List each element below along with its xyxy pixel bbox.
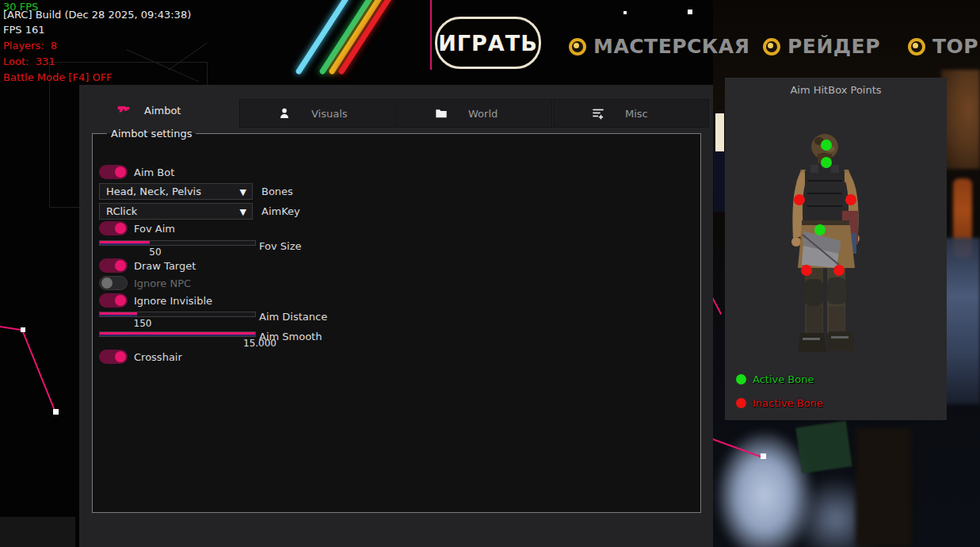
legend-active-bone: Active Bone	[736, 373, 814, 385]
slider-fill	[100, 332, 255, 336]
hitbox-point-inactive[interactable]	[801, 265, 812, 276]
person-icon	[278, 107, 291, 120]
legend-inactive-bone: Inactive Bone	[736, 397, 823, 409]
esp-marker	[53, 409, 59, 415]
esp-marker	[688, 10, 692, 14]
menu-item-raider[interactable]: РЕЙДЕР	[763, 35, 880, 58]
esp-trail-line	[21, 330, 56, 413]
tab-label: Visuals	[311, 108, 348, 120]
legend-label: Active Bone	[753, 373, 814, 385]
menu-item-label: ТОРГО	[932, 35, 980, 58]
ignore-npc-label: Ignore NPC	[134, 277, 191, 289]
toggle-knob	[115, 223, 126, 234]
menu-item-workshop[interactable]: МАСТЕРСКАЯ	[569, 35, 749, 58]
fov-size-value: 50	[132, 247, 179, 258]
aimkey-value: RClick	[106, 205, 137, 217]
esp-trail-line	[430, 0, 432, 70]
coin-icon	[569, 38, 586, 55]
fps-counter: FPS 161	[3, 24, 45, 36]
esp-marker	[21, 327, 25, 332]
tab-label: World	[468, 108, 498, 120]
aim-bot-toggle[interactable]	[99, 165, 128, 179]
game-scene-rust	[941, 70, 980, 169]
hitbox-panel: Aim HitBox Points	[725, 78, 947, 420]
group-title: Aimbot settings	[107, 128, 196, 140]
players-counter: Players: 8	[3, 40, 57, 52]
hitbox-point-inactive[interactable]	[833, 265, 845, 276]
aimkey-label: AimKey	[261, 205, 300, 217]
aimbot-settings-group: Aimbot settings Aim Bot Head, Neck, Pelv…	[92, 128, 701, 513]
tab-visuals[interactable]: Visuals	[239, 99, 395, 128]
game-scene-window	[941, 238, 980, 404]
ignore-invisible-toggle[interactable]	[99, 293, 128, 308]
hitbox-point-inactive[interactable]	[845, 194, 856, 205]
inactive-bone-dot	[736, 398, 746, 408]
hitbox-point-active[interactable]	[814, 224, 826, 235]
battle-mode-status: Battle Mode [F4] OFF	[3, 71, 112, 83]
active-bone-dot	[736, 374, 746, 384]
tab-aimbot[interactable]: Aimbot	[117, 104, 181, 117]
esp-marker	[761, 453, 766, 459]
menu-item-trade[interactable]: ТОРГО	[908, 35, 980, 58]
tab-label: Misc	[625, 108, 648, 120]
play-button[interactable]: ИГРАТЬ	[435, 17, 541, 69]
hitbox-point-inactive[interactable]	[794, 194, 805, 205]
sliders-icon	[592, 107, 604, 120]
crosshair-label: Crosshair	[134, 351, 182, 363]
game-scene-shadow	[714, 151, 725, 212]
slider-fill	[100, 312, 137, 316]
fov-aim-toggle[interactable]	[99, 221, 128, 235]
coin-icon	[763, 38, 780, 55]
draw-target-label: Draw Target	[134, 260, 196, 272]
aim-distance-label: Aim Distance	[259, 311, 327, 323]
toggle-knob	[115, 260, 126, 271]
crosshair-toggle[interactable]	[99, 350, 128, 364]
ignore-invisible-label: Ignore Invisible	[134, 295, 212, 307]
slider-fill	[100, 241, 150, 245]
game-scene-vending	[715, 113, 724, 151]
draw-target-toggle[interactable]	[99, 258, 128, 273]
fov-aim-label: Fov Aim	[134, 223, 175, 235]
legend-label: Inactive Bone	[753, 397, 823, 409]
toggle-knob	[101, 277, 112, 289]
menu-item-label: РЕЙДЕР	[787, 35, 880, 58]
aim-smooth-slider[interactable]	[99, 331, 256, 337]
bones-label: Bones	[261, 186, 293, 197]
hitbox-points	[725, 78, 947, 420]
menu-item-label: МАСТЕРСКАЯ	[593, 35, 749, 58]
tab-misc[interactable]: Misc	[553, 99, 709, 128]
bones-dropdown[interactable]: Head, Neck, Pelvis ▼	[99, 183, 253, 200]
build-info: [ARC] Build (Dec 28 2025, 09:43:38)	[3, 9, 191, 21]
aimkey-dropdown[interactable]: RClick ▼	[99, 203, 253, 220]
game-scene-sign	[795, 421, 852, 473]
chevron-down-icon: ▼	[240, 187, 246, 197]
cheat-menu-panel: Aimbot Visuals World Misc Aimbot setting…	[79, 85, 713, 547]
coin-icon	[908, 38, 925, 55]
aim-bot-label: Aim Bot	[134, 166, 174, 178]
game-scene-column	[856, 428, 911, 547]
chevron-down-icon: ▼	[240, 207, 246, 217]
tab-world[interactable]: World	[396, 99, 552, 128]
toggle-knob	[115, 166, 126, 178]
aim-distance-value: 150	[119, 318, 166, 329]
fov-size-label: Fov Size	[259, 240, 301, 252]
bones-value: Head, Neck, Pelvis	[106, 186, 201, 197]
aim-distance-slider[interactable]	[99, 312, 256, 317]
tab-label: Aimbot	[144, 105, 181, 117]
aim-smooth-value: 15.000	[236, 338, 284, 349]
ignore-npc-toggle[interactable]	[99, 276, 128, 290]
game-scene-bar	[0, 517, 75, 547]
esp-marker	[623, 11, 627, 14]
folder-icon	[435, 107, 448, 120]
loot-counter: Loot: 331	[3, 55, 55, 67]
hitbox-point-active[interactable]	[821, 140, 832, 151]
fov-size-slider[interactable]	[99, 240, 256, 246]
hitbox-point-active[interactable]	[821, 157, 832, 168]
toggle-knob	[115, 295, 126, 306]
gun-icon	[117, 104, 130, 117]
toggle-knob	[115, 351, 126, 362]
